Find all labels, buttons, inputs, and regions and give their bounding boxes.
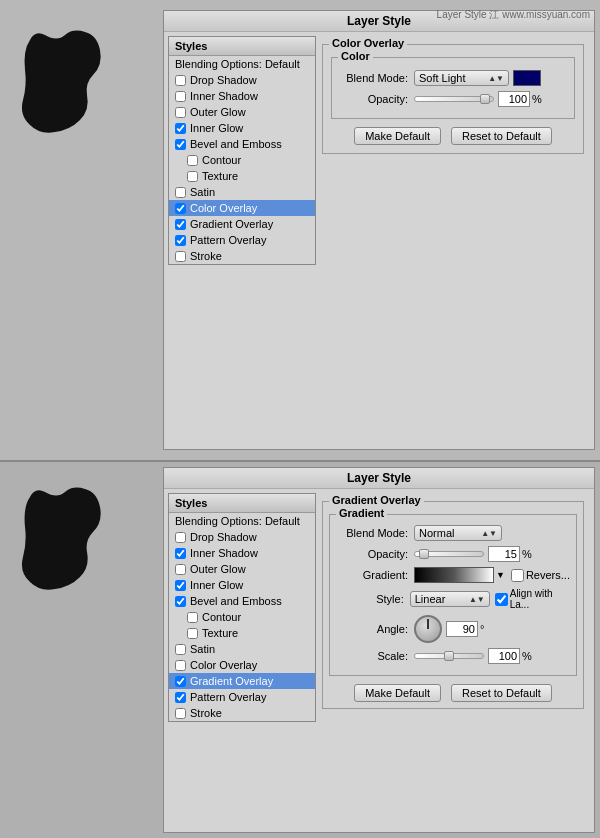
style-item-dropshadow-top[interactable]: Drop Shadow xyxy=(169,72,315,88)
bottom-style-patternoverlay[interactable]: Pattern Overlay xyxy=(169,689,315,705)
style-item-innerglow-top[interactable]: Inner Glow xyxy=(169,120,315,136)
bottom-cb-contour[interactable] xyxy=(187,612,198,623)
top-color-swatch[interactable] xyxy=(513,70,541,86)
dial-indicator xyxy=(427,619,429,629)
bottom-scale-input[interactable]: 100 xyxy=(488,648,520,664)
bottom-reverse-label: Revers... xyxy=(511,569,570,582)
cb-satin-top[interactable] xyxy=(175,187,186,198)
bottom-right-panel: Gradient Overlay Gradient Blend Mode: No… xyxy=(316,493,590,722)
bottom-cb-patternoverlay[interactable] xyxy=(175,692,186,703)
bottom-style-texture[interactable]: Texture xyxy=(169,625,315,641)
bottom-opacity-unit: % xyxy=(522,548,532,560)
bottom-style-innershadow[interactable]: Inner Shadow xyxy=(169,545,315,561)
cb-innershadow-top[interactable] xyxy=(175,91,186,102)
bottom-opacity-thumb[interactable] xyxy=(419,549,429,559)
bottom-blend-row: Blend Mode: Normal ▲▼ xyxy=(336,525,570,541)
bottom-align-label: Align with La... xyxy=(495,588,570,610)
bottom-style-row: Style: Linear ▲▼ Align with La... xyxy=(336,588,570,610)
bottom-title-bar: Layer Style xyxy=(164,468,594,489)
style-item-satin-top[interactable]: Satin xyxy=(169,184,315,200)
bottom-cb-satin[interactable] xyxy=(175,644,186,655)
cb-gradientoverlay-top[interactable] xyxy=(175,219,186,230)
bottom-style-dropshadow[interactable]: Drop Shadow xyxy=(169,529,315,545)
bottom-style-stroke[interactable]: Stroke xyxy=(169,705,315,721)
bottom-cb-innershadow[interactable] xyxy=(175,548,186,559)
bottom-cb-texture[interactable] xyxy=(187,628,198,639)
top-blend-mode-dropdown[interactable]: Soft Light ▲▼ xyxy=(414,70,509,86)
top-opacity-input[interactable]: 100 xyxy=(498,91,530,107)
cb-innerglow-top[interactable] xyxy=(175,123,186,134)
bottom-btn-row: Make Default Reset to Default xyxy=(329,684,577,702)
bottom-scale-slider[interactable] xyxy=(414,653,484,659)
bottom-style-label: Style: xyxy=(336,593,404,605)
bottom-reset-default-btn[interactable]: Reset to Default xyxy=(451,684,552,702)
top-opacity-label: Opacity: xyxy=(338,93,408,105)
style-item-bevel-top[interactable]: Bevel and Emboss xyxy=(169,136,315,152)
bottom-cb-coloroverlay[interactable] xyxy=(175,660,186,671)
bottom-cb-innerglow[interactable] xyxy=(175,580,186,591)
style-item-gradientoverlay-top[interactable]: Gradient Overlay xyxy=(169,216,315,232)
style-item-coloroverlay-top[interactable]: Color Overlay xyxy=(169,200,315,216)
bottom-style-blending[interactable]: Blending Options: Default xyxy=(169,513,315,529)
bottom-angle-input[interactable]: 90 xyxy=(446,621,478,637)
bottom-angle-row: Angle: 90 ° xyxy=(336,615,570,643)
bottom-cb-stroke[interactable] xyxy=(175,708,186,719)
bottom-cb-dropshadow[interactable] xyxy=(175,532,186,543)
bottom-style-contour[interactable]: Contour xyxy=(169,609,315,625)
cb-contour-top[interactable] xyxy=(187,155,198,166)
shape-silhouette-top xyxy=(15,20,125,152)
bottom-opacity-input[interactable]: 15 xyxy=(488,546,520,562)
cb-texture-top[interactable] xyxy=(187,171,198,182)
bottom-opacity-row: Opacity: 15 % xyxy=(336,546,570,562)
style-item-stroke-top[interactable]: Stroke xyxy=(169,248,315,264)
bottom-angle-label: Angle: xyxy=(336,623,408,635)
bottom-cb-gradientoverlay[interactable] xyxy=(175,676,186,687)
bottom-scale-unit: % xyxy=(522,650,532,662)
top-make-default-btn[interactable]: Make Default xyxy=(354,127,441,145)
bottom-styles-panel: Styles Blending Options: Default Drop Sh… xyxy=(168,493,316,722)
bottom-gradient-bar[interactable] xyxy=(414,567,494,583)
bottom-make-default-btn[interactable]: Make Default xyxy=(354,684,441,702)
bottom-style-innerglow[interactable]: Inner Glow xyxy=(169,577,315,593)
bottom-blend-dropdown[interactable]: Normal ▲▼ xyxy=(414,525,502,541)
top-reset-default-btn[interactable]: Reset to Default xyxy=(451,127,552,145)
bottom-style-bevel[interactable]: Bevel and Emboss xyxy=(169,593,315,609)
bottom-angle-dial[interactable] xyxy=(414,615,442,643)
bottom-align-cb[interactable] xyxy=(495,593,508,606)
style-item-innershadow-top[interactable]: Inner Shadow xyxy=(169,88,315,104)
bottom-style-satin[interactable]: Satin xyxy=(169,641,315,657)
watermark-text: Layer Style 江 www.missyuan.com xyxy=(437,8,590,22)
top-opacity-slider[interactable] xyxy=(414,96,494,102)
style-item-patternoverlay-top[interactable]: Pattern Overlay xyxy=(169,232,315,248)
cb-dropshadow-top[interactable] xyxy=(175,75,186,86)
bottom-opacity-label: Opacity: xyxy=(336,548,408,560)
cb-outerglow-top[interactable] xyxy=(175,107,186,118)
top-opacity-thumb[interactable] xyxy=(480,94,490,104)
bottom-angle-unit: ° xyxy=(480,623,484,635)
bottom-scale-thumb[interactable] xyxy=(444,651,454,661)
bottom-gradient-label: Gradient: xyxy=(336,569,408,581)
bottom-cb-outerglow[interactable] xyxy=(175,564,186,575)
bottom-cb-bevel[interactable] xyxy=(175,596,186,607)
style-item-blending[interactable]: Blending Options: Default xyxy=(169,56,315,72)
dropdown-arrow-style: ▲▼ xyxy=(469,595,485,604)
dropdown-arrow-bottom-blend: ▲▼ xyxy=(481,529,497,538)
bottom-style-dropdown[interactable]: Linear ▲▼ xyxy=(410,591,490,607)
style-item-outerglow-top[interactable]: Outer Glow xyxy=(169,104,315,120)
top-blend-mode-row: Blend Mode: Soft Light ▲▼ xyxy=(338,70,568,86)
gradient-dropdown-arrow[interactable]: ▼ xyxy=(496,570,505,580)
bottom-gradient-row: Gradient: ▼ Revers... xyxy=(336,567,570,583)
cb-coloroverlay-top[interactable] xyxy=(175,203,186,214)
style-item-contour-top[interactable]: Contour xyxy=(169,152,315,168)
bottom-reverse-cb[interactable] xyxy=(511,569,524,582)
style-item-texture-top[interactable]: Texture xyxy=(169,168,315,184)
cb-patternoverlay-top[interactable] xyxy=(175,235,186,246)
bottom-style-outerglow[interactable]: Outer Glow xyxy=(169,561,315,577)
cb-stroke-top[interactable] xyxy=(175,251,186,262)
bottom-blend-label: Blend Mode: xyxy=(336,527,408,539)
cb-bevel-top[interactable] xyxy=(175,139,186,150)
bottom-opacity-slider[interactable] xyxy=(414,551,484,557)
bottom-style-gradientoverlay[interactable]: Gradient Overlay xyxy=(169,673,315,689)
bottom-style-coloroverlay[interactable]: Color Overlay xyxy=(169,657,315,673)
top-btn-row: Make Default Reset to Default xyxy=(331,127,575,145)
